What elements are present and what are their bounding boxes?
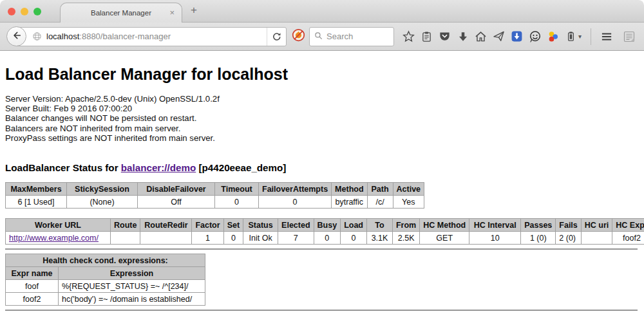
new-tab-button[interactable]: + bbox=[191, 4, 197, 17]
col-routeredir: RouteRedir bbox=[140, 219, 192, 232]
cell-expr-name-foof2: foof2 bbox=[6, 293, 59, 306]
window-controls bbox=[8, 8, 41, 15]
col-busy: Busy bbox=[314, 219, 341, 232]
cell-path: /c/ bbox=[367, 196, 393, 209]
tab-balancer-manager[interactable]: Balancer Manager × bbox=[60, 3, 182, 23]
extension-dots-icon[interactable] bbox=[544, 28, 562, 46]
page-title: Load Balancer Manager for localhost bbox=[5, 51, 644, 84]
cell-status: Init Ok bbox=[243, 232, 278, 245]
col-path: Path bbox=[367, 183, 393, 196]
cell-disablefailover: Off bbox=[138, 196, 215, 209]
search-icon bbox=[314, 31, 323, 42]
health-header-row: Expr name Expression bbox=[6, 267, 205, 280]
search-input[interactable] bbox=[327, 32, 384, 41]
cell-factor: 1 bbox=[192, 232, 223, 245]
tab-title: Balancer Manager bbox=[91, 9, 151, 17]
status-heading-prefix: LoadBalancer Status for bbox=[5, 162, 121, 173]
col-status: Status bbox=[243, 219, 278, 232]
zoom-window-button[interactable] bbox=[33, 8, 41, 15]
video-downloader-icon[interactable] bbox=[508, 28, 526, 46]
reload-icon bbox=[272, 32, 281, 41]
cell-from: 2.5K bbox=[392, 232, 419, 245]
col-set: Set bbox=[223, 219, 243, 232]
plugin-blocked-button[interactable] bbox=[292, 28, 305, 44]
balancer-persist-note: Balancer changes will NOT be persisted o… bbox=[5, 113, 644, 123]
browser-window: Balancer Manager × + localhost:8880/bala… bbox=[0, 0, 644, 316]
cell-busy: 0 bbox=[314, 232, 341, 245]
worker-header-row: Worker URL Route RouteRedir Factor Set S… bbox=[6, 219, 644, 232]
worker-url-link[interactable]: http://www.example.com/ bbox=[9, 234, 99, 243]
url-bar[interactable]: localhost:8880/balancer-manager bbox=[16, 27, 287, 46]
back-icon bbox=[12, 30, 22, 43]
col-fails: Fails bbox=[556, 219, 582, 232]
downloads-icon[interactable] bbox=[454, 28, 471, 46]
worker-row: http://www.example.com/ 1 0 Init Ok 7 0 … bbox=[6, 232, 644, 245]
cell-maxmembers: 6 [1 Used] bbox=[6, 196, 67, 209]
health-row: foof2 hc('body') =~ /domain is establish… bbox=[6, 293, 205, 306]
cell-route bbox=[111, 232, 140, 245]
cell-expr-name-foof: foof bbox=[6, 280, 59, 293]
tab-close-icon[interactable]: × bbox=[169, 8, 175, 17]
url-host: localhost bbox=[46, 32, 79, 41]
balancer-inherit-note: Balancers are NOT inherited from main se… bbox=[5, 124, 644, 133]
cell-elected: 7 bbox=[278, 232, 314, 245]
col-expr-name: Expr name bbox=[6, 267, 59, 280]
cell-failoverattempts: 0 bbox=[259, 196, 332, 209]
col-passes: Passes bbox=[521, 219, 556, 232]
balancer-demo-link[interactable]: balancer://demo bbox=[121, 162, 196, 173]
send-to-device-icon[interactable] bbox=[490, 28, 507, 46]
col-from: From bbox=[392, 219, 419, 232]
col-factor: Factor bbox=[192, 219, 223, 232]
col-failoverattempts: FailoverAttempts bbox=[259, 183, 332, 196]
reading-list-icon[interactable] bbox=[418, 28, 435, 46]
cell-worker-url: http://www.example.com/ bbox=[6, 232, 111, 245]
cell-expression-foof2: hc('body') =~ /domain is established/ bbox=[59, 293, 205, 306]
col-method: Method bbox=[332, 183, 367, 196]
server-built-line: Server Built: Feb 9 2016 07:00:20 bbox=[5, 104, 644, 113]
toolbar-separator bbox=[591, 28, 591, 45]
balancer-status-heading: LoadBalancer Status for balancer://demo … bbox=[5, 162, 644, 173]
server-version-line: Server Version: Apache/2.5.0-dev (Unix) … bbox=[5, 94, 644, 104]
cell-expression-foof: %{REQUEST_STATUS} =~ /^[234]/ bbox=[59, 280, 205, 293]
menu-icon[interactable] bbox=[598, 28, 615, 46]
cell-passes: 1 (0) bbox=[521, 232, 556, 245]
cell-hc-interval: 10 bbox=[469, 232, 521, 245]
col-route: Route bbox=[111, 219, 140, 232]
balancer-settings-header-row: MaxMembers StickySession DisableFailover… bbox=[6, 183, 424, 196]
col-load: Load bbox=[341, 219, 367, 232]
close-window-button[interactable] bbox=[8, 8, 15, 15]
col-hc-expr: HC Expr bbox=[612, 219, 644, 232]
cell-to: 3.1K bbox=[366, 232, 392, 245]
col-maxmembers: MaxMembers bbox=[6, 183, 67, 196]
health-row: foof %{REQUEST_STATUS} =~ /^[234]/ bbox=[6, 280, 205, 293]
globe-icon bbox=[32, 32, 42, 41]
page-bottom-divider bbox=[5, 310, 638, 311]
bookmark-star-icon[interactable] bbox=[400, 28, 417, 46]
cell-hc-uri bbox=[581, 232, 612, 245]
worker-table: Worker URL Route RouteRedir Factor Set S… bbox=[5, 218, 644, 245]
pocket-icon[interactable] bbox=[436, 28, 453, 46]
balancer-settings-table: MaxMembers StickySession DisableFailover… bbox=[5, 182, 424, 209]
notes-icon[interactable] bbox=[620, 28, 638, 46]
cell-load: 0 bbox=[341, 232, 367, 245]
health-table-title: Health check cond. expressions: bbox=[6, 254, 205, 267]
server-info: Server Version: Apache/2.5.0-dev (Unix) … bbox=[5, 94, 644, 143]
cell-fails: 2 (0) bbox=[556, 232, 582, 245]
status-heading-suffix: [p4420eeae_demo] bbox=[196, 162, 286, 173]
col-stickysession: StickySession bbox=[67, 183, 138, 196]
col-disablefailover: DisableFailover bbox=[138, 183, 215, 196]
forum-smiley-icon[interactable] bbox=[526, 28, 544, 46]
container-menu-caret-icon[interactable]: ▾ bbox=[578, 33, 585, 40]
container-clip-icon[interactable] bbox=[562, 28, 580, 46]
back-button[interactable] bbox=[6, 26, 26, 46]
cell-timeout: 0 bbox=[215, 196, 259, 209]
col-elected: Elected bbox=[278, 219, 314, 232]
search-bar[interactable] bbox=[309, 27, 394, 46]
cell-stickysession: (None) bbox=[67, 196, 138, 209]
plugin-blocked-icon bbox=[292, 28, 305, 44]
url-input[interactable]: localhost:8880/balancer-manager bbox=[46, 32, 267, 41]
reload-button[interactable] bbox=[267, 28, 286, 46]
home-icon[interactable] bbox=[472, 28, 489, 46]
minimize-window-button[interactable] bbox=[21, 8, 28, 15]
col-active: Active bbox=[393, 183, 424, 196]
